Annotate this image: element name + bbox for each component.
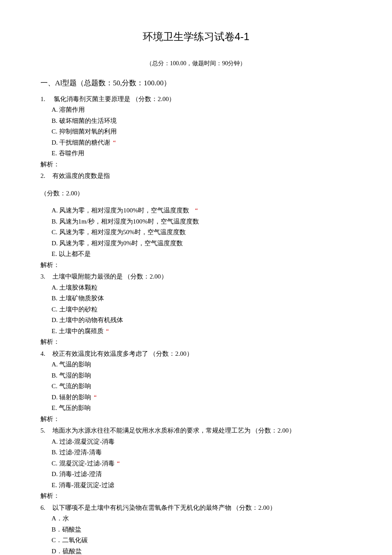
- options: A. 土壤胶体颗粒 B. 土壤矿物质胶体 C. 土壤中的砂粒 D. 土壤中的动物…: [40, 282, 352, 337]
- option: B．硝酸盐: [52, 524, 352, 535]
- question-score: （分数：2.00）: [40, 188, 352, 199]
- option: C. 混凝沉淀-过滤-消毒“: [52, 458, 352, 469]
- analysis-label: 解析：: [40, 159, 352, 170]
- option: B. 土壤矿物质胶体: [52, 293, 352, 304]
- question-stem: 6. 以下哪项不是土壤中有机污染物在需氧条件下无机化的最终产物 （分数：2.00…: [40, 503, 352, 514]
- question-number: 5.: [40, 425, 49, 436]
- page-title: 环境卫生学练习试卷4-1: [40, 28, 352, 46]
- page-subtitle: （总分：100.00，做题时间：90分钟）: [40, 58, 352, 69]
- answer-mark: “: [117, 460, 120, 467]
- question-stem: 2. 有效温度的度数是指: [40, 171, 352, 182]
- options: A. 气温的影响 B. 气湿的影响 C. 气流的影响 D. 辐射的影响“ E. …: [40, 359, 352, 414]
- question-text: 氯化消毒剂灭菌主要原理是 （分数：2.00）: [54, 96, 175, 102]
- question-text: 校正有效温度比有效温度多考虑了 （分数：2.00）: [52, 350, 193, 357]
- option: C. 土壤中的砂粒: [52, 304, 352, 315]
- option: A. 溶菌作用: [52, 105, 352, 116]
- answer-mark: “: [106, 328, 109, 334]
- question-text: 地面水为水源水往往不能满足饮用水水质标准的要求，常规处理工艺为 （分数：2.00…: [52, 427, 295, 434]
- question-number: 6.: [40, 503, 49, 514]
- question: 1. 氯化消毒剂灭菌主要原理是 （分数：2.00） A. 溶菌作用 B. 破坏细…: [40, 94, 352, 170]
- answer-mark: “: [195, 207, 198, 214]
- section-header: 一、Al型题（总题数：50,分数：100.00）: [40, 77, 352, 90]
- option: E. 吞噬作用: [52, 148, 352, 159]
- option: A. 气温的影响: [52, 359, 352, 370]
- option: D. 干扰细菌的糖代谢“: [52, 137, 352, 148]
- option: A. 过滤-混凝沉淀-消毒: [52, 436, 352, 447]
- answer-mark: “: [113, 139, 116, 146]
- question-number: 2.: [40, 171, 49, 182]
- option: E. 气压的影响: [52, 403, 352, 414]
- option: C. 抑制细菌对氧的利用: [52, 126, 352, 137]
- analysis-label: 解析：: [40, 337, 352, 348]
- option: D．硫酸盐: [52, 546, 352, 555]
- question-stem: 1. 氯化消毒剂灭菌主要原理是 （分数：2.00）: [40, 94, 352, 105]
- analysis-label: 解析：: [40, 260, 352, 271]
- option: E. 土壤中的腐殖质“: [52, 326, 352, 337]
- analysis-label: 解析：: [40, 491, 352, 502]
- option: C. 风速为零，相对湿度为50%时，空气温度度数: [52, 227, 352, 238]
- option: E. 以上都不是: [52, 249, 352, 260]
- question: 5. 地面水为水源水往往不能满足饮用水水质标准的要求，常规处理工艺为 （分数：2…: [40, 425, 352, 502]
- option: C．二氧化碳: [52, 535, 352, 546]
- question-text: 有效温度的度数是指: [52, 172, 110, 179]
- option: B. 破坏细菌的生活环境: [52, 116, 352, 127]
- answer-mark: “: [94, 394, 97, 401]
- question-text: 以下哪项不是土壤中有机污染物在需氧条件下无机化的最终产物 （分数：2.00）: [52, 504, 276, 511]
- options: A. 风速为零，相对湿度为100%时，空气温度度数 “ B. 风速为1m/秒，相…: [40, 205, 352, 260]
- option: C. 气流的影响: [52, 381, 352, 392]
- question: 3. 土壤中吸附能力最强的是 （分数：2.00） A. 土壤胶体颗粒 B. 土壤…: [40, 271, 352, 348]
- question-number: 1.: [40, 94, 49, 105]
- question-stem: 5. 地面水为水源水往往不能满足饮用水水质标准的要求，常规处理工艺为 （分数：2…: [40, 425, 352, 436]
- option: D. 辐射的影响“: [52, 392, 352, 403]
- option: B. 风速为1m/秒，相对湿度为100%时，空气温度度数: [52, 216, 352, 227]
- option: D. 风速为零，相对湿度为0%时，空气温度度数: [52, 238, 352, 249]
- option: B. 过滤-澄清-清毒: [52, 447, 352, 458]
- option: A. 土壤胶体颗粒: [52, 282, 352, 293]
- options: A．水 B．硝酸盐 C．二氧化碳 D．硫酸盐 E．甲烷J: [40, 513, 352, 555]
- option: B. 气湿的影响: [52, 370, 352, 381]
- options: A. 溶菌作用 B. 破坏细菌的生活环境 C. 抑制细菌对氧的利用 D. 干扰细…: [40, 105, 352, 159]
- question: 6. 以下哪项不是土壤中有机污染物在需氧条件下无机化的最终产物 （分数：2.00…: [40, 503, 352, 555]
- question-stem: 4. 校正有效温度比有效温度多考虑了 （分数：2.00）: [40, 349, 352, 360]
- question: 4. 校正有效温度比有效温度多考虑了 （分数：2.00） A. 气温的影响 B.…: [40, 349, 352, 425]
- option: D. 消毒-过滤-澄清: [52, 469, 352, 480]
- options: A. 过滤-混凝沉淀-消毒 B. 过滤-澄清-清毒 C. 混凝沉淀-过滤-消毒“…: [40, 436, 352, 491]
- question-stem: 3. 土壤中吸附能力最强的是 （分数：2.00）: [40, 271, 352, 282]
- option: A. 风速为零，相对湿度为100%时，空气温度度数 “: [52, 205, 352, 216]
- option: D. 土壤中的动物有机残体: [52, 315, 352, 326]
- question-number: 3.: [40, 271, 49, 282]
- option: A．水: [52, 513, 352, 524]
- section-label: 一、Al型题（总题数：50,分数：100.00）: [40, 79, 171, 87]
- question-number: 4.: [40, 349, 49, 360]
- question-text: 土壤中吸附能力最强的是 （分数：2.00）: [52, 273, 167, 280]
- analysis-label: 解析：: [40, 414, 352, 425]
- option: E. 消毒-混凝沉淀-过滤: [52, 480, 352, 491]
- question: 2. 有效温度的度数是指 （分数：2.00） A. 风速为零，相对湿度为100%…: [40, 171, 352, 270]
